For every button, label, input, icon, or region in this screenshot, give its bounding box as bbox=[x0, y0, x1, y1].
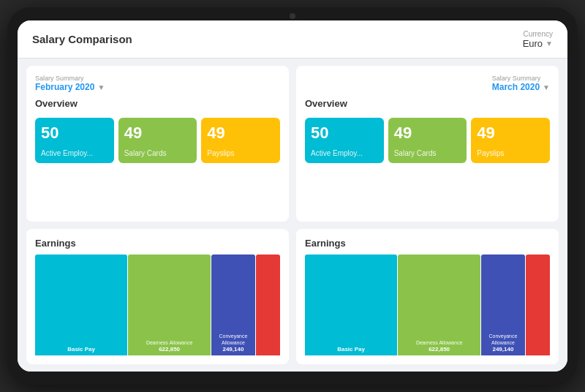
right-payslips-number: 49 bbox=[477, 125, 544, 141]
left-net-pay-card: 2,841,528 Net Pay bbox=[160, 169, 281, 213]
right-gross-pay-card: 3,019,348 Gross Pay bbox=[305, 169, 426, 213]
tablet-frame: Salary Comparison Currency Euro ▼ Salary… bbox=[7, 7, 578, 385]
left-bar-dearness-label: Dearness Allowance bbox=[146, 340, 192, 346]
right-salary-cards-label: Salary Cards bbox=[394, 149, 461, 157]
left-panel-header: Salary Summary February 2020 ▼ bbox=[35, 75, 280, 92]
right-net-pay-number: 2,845,288 bbox=[436, 176, 545, 189]
right-salary-label: Salary Summary bbox=[492, 75, 550, 82]
left-payslips-number: 49 bbox=[207, 125, 274, 141]
right-bar-basic: Basic Pay bbox=[305, 255, 397, 355]
right-salary-cards-card: 49 Salary Cards bbox=[388, 118, 467, 163]
left-earnings-chart: Basic Pay Dearness Allowance 622,850 Con… bbox=[35, 255, 280, 355]
right-bar-dearness-value: 622,850 bbox=[429, 346, 450, 353]
right-net-pay-card: 2,845,288 Net Pay bbox=[430, 169, 551, 213]
left-salary-arrow-icon: ▼ bbox=[97, 83, 105, 91]
currency-selector[interactable]: Currency Euro ▼ bbox=[523, 30, 553, 49]
right-stat-cards-row: 50 Active Employ... 49 Salary Cards 49 P… bbox=[305, 118, 550, 163]
right-bar-conveyance-label: Conveyance Allowance bbox=[481, 333, 525, 346]
left-stat-cards-row: 50 Active Employ... 49 Salary Cards 49 P… bbox=[35, 118, 280, 163]
left-salary-value: February 2020 bbox=[35, 82, 94, 92]
left-salary-label: Salary Summary bbox=[35, 75, 105, 82]
left-overview-panel: Salary Summary February 2020 ▼ Overview … bbox=[26, 66, 289, 222]
right-earnings-panel: Earnings Basic Pay Dearness Allowance 62… bbox=[296, 229, 559, 364]
left-active-employees-card: 50 Active Employ... bbox=[35, 118, 114, 163]
left-salary-cards-label: Salary Cards bbox=[124, 149, 192, 157]
right-bar-dearness-label: Dearness Allowance bbox=[416, 340, 462, 346]
right-overview-label: Overview bbox=[305, 98, 550, 109]
tablet-screen: Salary Comparison Currency Euro ▼ Salary… bbox=[18, 20, 567, 372]
right-active-emp-label: Active Employ... bbox=[311, 149, 378, 157]
content-area: Salary Summary February 2020 ▼ Overview … bbox=[18, 59, 567, 372]
right-active-employees-card: 50 Active Employ... bbox=[305, 118, 384, 163]
left-net-pay-label: Net Pay bbox=[166, 199, 275, 207]
left-salary-summary: Salary Summary February 2020 ▼ bbox=[35, 75, 105, 92]
right-bar-conveyance-value: 249,140 bbox=[492, 346, 513, 353]
right-panel-header: Salary Summary March 2020 ▼ bbox=[305, 75, 550, 92]
overview-row: Salary Summary February 2020 ▼ Overview … bbox=[26, 66, 559, 222]
right-salary-summary: Salary Summary March 2020 ▼ bbox=[492, 75, 550, 92]
left-bar-conveyance-value: 249,140 bbox=[222, 346, 244, 353]
left-salary-cards-card: 49 Salary Cards bbox=[118, 118, 197, 163]
right-gross-pay-label: Gross Pay bbox=[311, 199, 420, 207]
right-gross-pay-number: 3,019,348 bbox=[311, 176, 420, 189]
page-title: Salary Comparison bbox=[32, 33, 132, 45]
currency-text: Euro bbox=[523, 38, 543, 49]
right-payslips-card: 49 Payslips bbox=[471, 118, 550, 163]
left-payslips-card: 49 Payslips bbox=[201, 118, 280, 163]
right-net-pay-label: Net Pay bbox=[436, 199, 545, 207]
right-earnings-label: Earnings bbox=[305, 238, 550, 249]
right-bar-other bbox=[526, 255, 550, 355]
right-active-emp-number: 50 bbox=[311, 125, 378, 141]
left-active-emp-number: 50 bbox=[41, 125, 108, 141]
earnings-row: Earnings Basic Pay Dearness Allowance 62… bbox=[26, 229, 559, 364]
left-big-stat-cards-row: 3,015,586 Gross Pay 2,841,528 Net Pay bbox=[35, 169, 280, 213]
right-overview-panel: Salary Summary March 2020 ▼ Overview 50 … bbox=[296, 66, 559, 222]
left-bar-basic-label: Basic Pay bbox=[67, 346, 95, 353]
right-payslips-label: Payslips bbox=[477, 149, 544, 157]
currency-label: Currency bbox=[523, 30, 553, 38]
left-earnings-label: Earnings bbox=[35, 238, 280, 249]
left-bar-conveyance: Conveyance Allowance 249,140 bbox=[211, 255, 255, 355]
right-earnings-chart: Basic Pay Dearness Allowance 622,850 Con… bbox=[305, 255, 550, 355]
left-active-emp-label: Active Employ... bbox=[41, 149, 108, 157]
top-bar: Salary Comparison Currency Euro ▼ bbox=[18, 20, 567, 59]
left-gross-pay-number: 3,015,586 bbox=[41, 176, 150, 189]
left-overview-label: Overview bbox=[35, 98, 280, 109]
currency-arrow-icon: ▼ bbox=[546, 39, 553, 48]
right-salary-dropdown[interactable]: March 2020 ▼ bbox=[492, 82, 550, 92]
right-bar-dearness: Dearness Allowance 622,850 bbox=[398, 255, 480, 355]
right-big-stat-cards-row: 3,019,348 Gross Pay 2,845,288 Net Pay bbox=[305, 169, 550, 213]
right-bar-basic-label: Basic Pay bbox=[337, 346, 365, 353]
left-earnings-panel: Earnings Basic Pay Dearness Allowance 62… bbox=[26, 229, 289, 364]
left-bar-conveyance-label: Conveyance Allowance bbox=[211, 333, 255, 346]
left-bar-dearness: Dearness Allowance 622,850 bbox=[128, 255, 211, 355]
left-salary-dropdown[interactable]: February 2020 ▼ bbox=[35, 82, 105, 92]
right-salary-value: March 2020 bbox=[492, 82, 540, 92]
left-bar-basic: Basic Pay bbox=[35, 255, 127, 355]
left-net-pay-number: 2,841,528 bbox=[166, 176, 275, 189]
right-salary-cards-number: 49 bbox=[394, 125, 461, 141]
left-gross-pay-card: 3,015,586 Gross Pay bbox=[35, 169, 156, 213]
left-salary-cards-number: 49 bbox=[124, 125, 192, 141]
left-bar-other bbox=[256, 255, 280, 355]
right-bar-conveyance: Conveyance Allowance 249,140 bbox=[481, 255, 525, 355]
left-gross-pay-label: Gross Pay bbox=[41, 199, 150, 207]
currency-value[interactable]: Euro ▼ bbox=[523, 38, 553, 49]
left-bar-dearness-value: 622,850 bbox=[159, 346, 180, 353]
left-payslips-label: Payslips bbox=[207, 149, 274, 157]
right-salary-arrow-icon: ▼ bbox=[543, 83, 550, 91]
